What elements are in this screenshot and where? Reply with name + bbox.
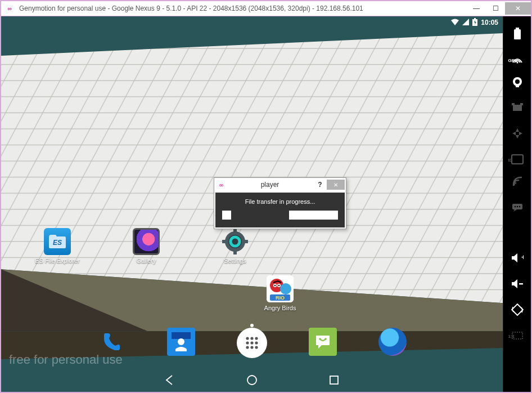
player-dialog[interactable]: ∞ player ? ✕ File transfer in progress..… <box>214 177 346 229</box>
svg-point-36 <box>319 338 321 340</box>
svg-point-29 <box>255 337 258 340</box>
svg-point-34 <box>250 346 253 349</box>
app-label: Angry Birds <box>264 305 296 311</box>
android-status-bar[interactable]: 10:05 <box>1 16 503 29</box>
volume-down-button[interactable] <box>508 276 526 291</box>
remote-control-button[interactable] <box>508 126 526 141</box>
svg-rect-48 <box>520 103 523 105</box>
dock-browser[interactable] <box>378 328 407 356</box>
dialog-message: File transfer in progress... <box>222 198 338 205</box>
svg-point-31 <box>250 341 253 344</box>
svg-point-57 <box>514 206 515 207</box>
svg-text:RIO: RIO <box>276 295 285 301</box>
dock-contacts[interactable] <box>167 328 195 356</box>
volume-up-button[interactable]: + <box>508 251 526 265</box>
app-label: Settings <box>224 257 246 264</box>
settings-icon <box>222 228 249 255</box>
battery-charging-icon <box>472 18 477 28</box>
svg-rect-45 <box>516 86 519 87</box>
progress-bar <box>222 211 338 220</box>
dock-phone[interactable] <box>97 328 125 356</box>
android-navbar <box>1 368 503 392</box>
svg-rect-15 <box>244 240 248 243</box>
svg-rect-25 <box>172 332 191 339</box>
svg-rect-47 <box>512 103 515 105</box>
svg-point-28 <box>250 337 253 340</box>
app-angry-birds[interactable]: RIO Angry Birds <box>260 275 300 311</box>
app-gallery[interactable]: Gallery <box>126 228 166 264</box>
svg-point-37 <box>324 338 327 340</box>
svg-marker-52 <box>519 132 522 135</box>
svg-point-58 <box>516 206 517 207</box>
svg-point-26 <box>178 338 184 345</box>
dialog-help-button[interactable]: ? <box>313 181 327 189</box>
svg-point-21 <box>278 285 280 287</box>
svg-rect-14 <box>222 240 227 243</box>
close-button[interactable]: ✕ <box>505 2 531 15</box>
svg-text:ES: ES <box>53 239 62 247</box>
nav-home[interactable] <box>245 373 259 387</box>
svg-marker-51 <box>512 132 516 135</box>
svg-point-38 <box>247 376 256 385</box>
app-label: Gallery <box>137 257 156 264</box>
app-label: ES File Explorer <box>35 257 79 264</box>
app-settings[interactable]: Settings <box>215 228 255 264</box>
svg-rect-13 <box>233 250 237 254</box>
browser-globe-icon <box>378 328 407 356</box>
svg-point-59 <box>519 206 520 207</box>
gallery-icon <box>133 228 160 255</box>
network-button[interactable] <box>508 174 526 189</box>
maximize-button[interactable]: ☐ <box>486 2 505 15</box>
minimize-button[interactable]: — <box>467 2 486 15</box>
svg-marker-50 <box>516 135 519 139</box>
nav-back[interactable] <box>163 373 177 387</box>
phone-button[interactable] <box>508 200 526 215</box>
window-title: Genymotion for personal use - Google Nex… <box>15 5 467 12</box>
svg-rect-46 <box>513 105 522 111</box>
svg-rect-40 <box>514 29 521 39</box>
svg-rect-62 <box>512 304 523 315</box>
camera-widget-button[interactable] <box>508 74 526 89</box>
battery-widget-button[interactable] <box>508 26 526 41</box>
nav-recent[interactable] <box>327 373 341 387</box>
svg-point-32 <box>255 341 258 344</box>
svg-point-35 <box>255 346 258 349</box>
gps-label: GPS <box>508 58 526 63</box>
apps-grid-icon <box>245 336 259 350</box>
svg-rect-61 <box>519 283 523 284</box>
progress-fill <box>231 211 289 220</box>
svg-rect-41 <box>516 28 519 29</box>
dialog-body: File transfer in progress... <box>215 193 345 227</box>
es-file-explorer-icon: ES <box>44 228 71 255</box>
svg-point-27 <box>246 337 249 340</box>
svg-rect-39 <box>330 376 338 384</box>
capture-video-button[interactable] <box>508 100 526 115</box>
angry-birds-icon: RIO <box>267 275 294 302</box>
clock: 10:05 <box>481 19 498 26</box>
svg-point-22 <box>280 283 291 294</box>
genymotion-logo-icon: ∞ <box>1 5 15 12</box>
dialog-title: player <box>227 181 313 189</box>
home-icon-row: ES ES File Explorer Gallery Settings <box>37 228 255 264</box>
dock-messaging[interactable] <box>309 328 337 356</box>
dialog-close-button[interactable]: ✕ <box>327 180 345 190</box>
dialog-titlebar[interactable]: ∞ player ? ✕ <box>214 178 346 191</box>
svg-point-54 <box>513 184 515 186</box>
svg-point-30 <box>246 341 249 344</box>
svg-rect-12 <box>233 229 237 233</box>
app-es-file-explorer[interactable]: ES ES File Explorer <box>37 228 78 264</box>
window-titlebar[interactable]: ∞ Genymotion for personal use - Google N… <box>1 1 531 16</box>
rotate-button[interactable] <box>508 302 526 317</box>
svg-rect-7 <box>474 18 476 19</box>
window-body: 10:05 ES ES File Explorer Gallery <box>1 16 531 392</box>
watermark: free for personal use <box>9 352 123 367</box>
wifi-icon <box>451 19 459 27</box>
app-window: ∞ Genymotion for personal use - Google N… <box>0 0 532 393</box>
emulator-viewport[interactable]: 10:05 ES ES File Explorer Gallery <box>1 16 503 392</box>
svg-point-20 <box>274 285 276 287</box>
svg-point-33 <box>246 346 249 349</box>
genymotion-logo-icon: ∞ <box>214 182 227 188</box>
dock-all-apps[interactable] <box>237 328 267 358</box>
svg-point-44 <box>515 79 520 84</box>
svg-marker-56 <box>513 209 517 212</box>
